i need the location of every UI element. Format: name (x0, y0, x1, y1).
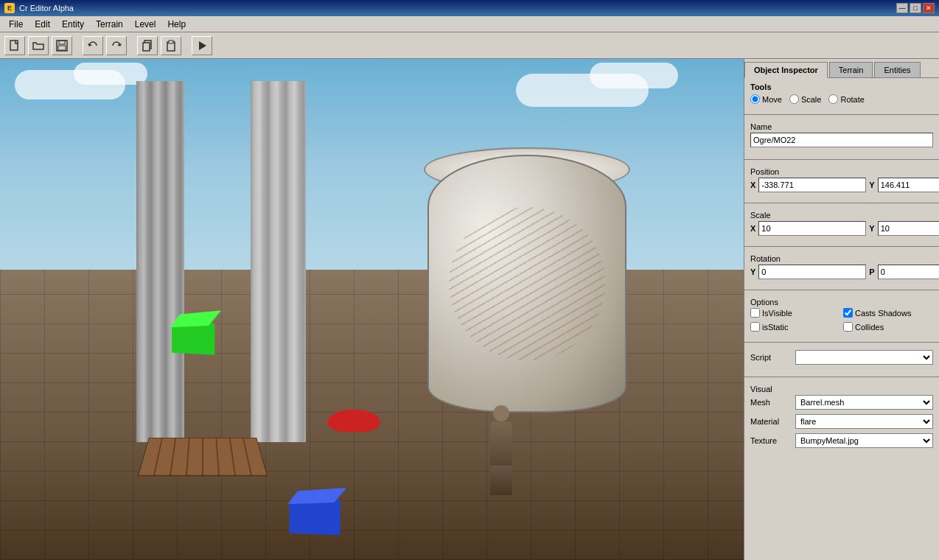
material-row: Material flare (750, 414, 933, 429)
character-body (490, 421, 512, 466)
divider-3 (744, 203, 939, 203)
menu-level[interactable]: Level (129, 18, 162, 31)
radio-scale[interactable]: Scale (789, 94, 822, 104)
pos-x-input[interactable] (758, 178, 866, 192)
paste-button[interactable] (161, 36, 181, 55)
red-shape (325, 410, 383, 433)
save-button[interactable] (52, 36, 72, 55)
pillar-left (136, 81, 184, 442)
svg-rect-0 (10, 41, 18, 50)
texture-select[interactable]: BumpyMetal.jpg (795, 433, 933, 448)
play-button[interactable] (192, 36, 212, 55)
tools-section: Tools Move Scale Rotate (744, 78, 939, 111)
scale-x-input[interactable] (758, 221, 866, 236)
tab-terrain[interactable]: Terrain (829, 62, 873, 77)
visual-label: Visual (750, 385, 933, 393)
redo-button[interactable] (106, 36, 127, 55)
divider-1 (744, 114, 939, 115)
character-head (493, 405, 509, 421)
wood-platform (138, 438, 268, 476)
titlebar-controls: — □ ✕ (896, 3, 935, 13)
viewport[interactable] (0, 59, 744, 560)
casts-shadows-label: Casts Shadows (855, 309, 911, 318)
name-section: Name (744, 118, 939, 156)
tab-object-inspector[interactable]: Object Inspector (744, 62, 828, 78)
material-select[interactable]: flare (795, 414, 933, 429)
close-button[interactable]: ✕ (923, 3, 935, 13)
pos-y-label: Y (869, 181, 874, 189)
menubar: File Edit Entity Terrain Level Help (0, 16, 939, 32)
svg-rect-7 (169, 41, 173, 43)
is-static-input[interactable] (750, 322, 760, 332)
is-static-label: isStatic (762, 323, 788, 332)
rotation-label: Rotation (750, 254, 933, 263)
blue-cube (290, 500, 341, 536)
options-section: Options IsVisible Casts Shadows isStatic… (744, 293, 939, 339)
casts-shadows-input[interactable] (843, 308, 853, 318)
divider-7 (744, 377, 939, 377)
scale-x-label: X (750, 224, 755, 233)
is-visible-checkbox[interactable]: IsVisible (750, 308, 840, 318)
texture-row: Texture BumpyMetal.jpg (750, 433, 933, 448)
main-area: Object Inspector Terrain Entities Tools … (0, 59, 939, 560)
tab-entities[interactable]: Entities (874, 62, 920, 77)
scale-label: Scale (750, 211, 933, 220)
options-label: Options (750, 298, 933, 307)
radio-rotate[interactable]: Rotate (828, 94, 864, 104)
divider-4 (744, 246, 939, 247)
name-input[interactable] (750, 133, 933, 147)
collides-input[interactable] (843, 322, 853, 332)
rot-y-label: Y (750, 267, 755, 276)
rot-p-input[interactable] (878, 265, 939, 279)
menu-file[interactable]: File (3, 18, 29, 31)
material-label: Material (750, 417, 791, 426)
visual-section: Visual Mesh Barrel.mesh Material flare T… (744, 380, 939, 457)
position-section: Position X Y Z (744, 163, 939, 200)
undo-button[interactable] (83, 36, 103, 55)
rotation-ypr-row: Y P R (750, 265, 933, 279)
character-legs (490, 466, 512, 495)
minimize-button[interactable]: — (896, 3, 908, 13)
divider-5 (744, 290, 939, 290)
casts-shadows-checkbox[interactable]: Casts Shadows (843, 308, 933, 318)
open-button[interactable] (28, 36, 49, 55)
barrel-object (427, 155, 626, 413)
script-section: Script (744, 346, 939, 374)
scale-xyz-row: X Y Z (750, 221, 933, 236)
is-visible-input[interactable] (750, 308, 760, 318)
menu-terrain[interactable]: Terrain (90, 18, 129, 31)
scale-y-label: Y (869, 224, 874, 233)
pos-y-input[interactable] (878, 178, 939, 192)
collides-checkbox[interactable]: Collides (843, 322, 933, 332)
position-xyz-row: X Y Z (750, 178, 933, 192)
texture-label: Texture (750, 436, 791, 445)
collides-label: Collides (855, 323, 884, 332)
name-field-row: Name (750, 122, 933, 147)
radio-move[interactable]: Move (750, 94, 782, 104)
name-field-label: Name (750, 122, 933, 131)
position-label: Position (750, 167, 933, 176)
menu-entity[interactable]: Entity (56, 18, 90, 31)
is-static-checkbox[interactable]: isStatic (750, 322, 840, 332)
options-grid: IsVisible Casts Shadows isStatic Collide… (750, 308, 933, 332)
script-select[interactable] (795, 350, 933, 365)
rot-y-input[interactable] (758, 265, 866, 279)
pillar-right (251, 81, 306, 442)
mesh-label: Mesh (750, 398, 791, 407)
maximize-button[interactable]: □ (910, 3, 921, 13)
divider-2 (744, 159, 939, 160)
copy-button[interactable] (137, 36, 158, 55)
svg-marker-8 (199, 41, 206, 50)
svg-rect-5 (143, 43, 150, 51)
mesh-select[interactable]: Barrel.mesh (795, 395, 933, 410)
panel-tabs: Object Inspector Terrain Entities (744, 59, 939, 78)
new-button[interactable] (4, 36, 25, 55)
tools-radio-group: Move Scale Rotate (750, 94, 933, 104)
svg-rect-3 (58, 46, 66, 50)
window-title: Cr Editor Alpha (19, 4, 896, 13)
scale-y-input[interactable] (878, 221, 939, 236)
menu-help[interactable]: Help (161, 18, 192, 31)
is-visible-label: IsVisible (762, 309, 792, 318)
menu-edit[interactable]: Edit (29, 18, 56, 31)
pos-x-label: X (750, 181, 755, 189)
